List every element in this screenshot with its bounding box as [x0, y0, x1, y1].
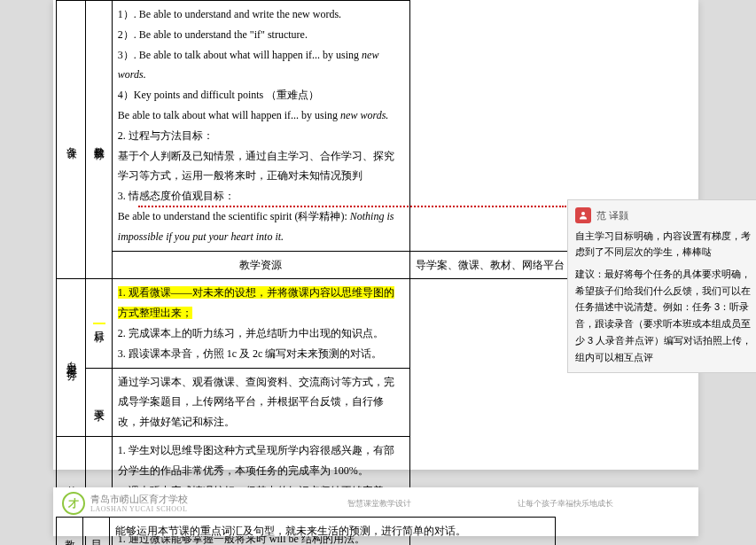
comment-anchor-line [138, 206, 564, 207]
cell-yaoqiu-content: 通过学习课本、观看微课、查阅资料、交流商讨等方式，完成导学案题目，上传网络平台，… [112, 368, 409, 436]
cell-mu: 目 [82, 518, 109, 546]
cell-jiaoxue-mubiao: 教学目标 [86, 1, 113, 279]
issue-line: 1. 学生对以思维导图这种方式呈现所学内容很感兴趣，有部分学生的作品非常优秀，本… [118, 440, 404, 481]
avatar-icon [575, 207, 591, 223]
mubiao-line: 2. 完成课本上的听力练习，并总结听力中出现的知识点。 [118, 323, 404, 344]
cell-resources-label: 教学资源 [112, 251, 409, 279]
objective-line: 1）. Be able to understand and write the … [118, 4, 404, 25]
school-logo-icon: 才 [62, 492, 85, 515]
cell-beike: 备课 [57, 1, 86, 279]
school-name-block: 青岛市崂山区育才学校 LAOSHAN YUCAI SCHOOL [90, 494, 188, 513]
cell-zizhu-label: 自主学习任务 [57, 279, 86, 437]
mubiao-line: 1. 观看微课——对未来的设想，并将微课内容以思维导图的方式整理出来； [118, 283, 404, 323]
objective-line: 3. 情感态度价值观目标： [118, 186, 404, 206]
objective-line: 基于个人判断及已知情景，通过自主学习、合作学习、探究学习等方式，运用一般将来时，… [118, 146, 404, 187]
cell-p2-content: 能够运用本节课的重点词汇及句型，就未来生活的预测，进行简单的对话。 [109, 518, 555, 546]
objective-line: Be able to understand the scientific spi… [118, 206, 404, 247]
objective-line: 2）. Be able to understand the "if" struc… [118, 25, 404, 45]
cell-objectives: 1）. Be able to understand and write the … [112, 1, 409, 252]
document-page-2: 才 青岛市崂山区育才学校 LAOSHAN YUCAI SCHOOL 智慧课堂教学… [53, 487, 698, 536]
svg-point-0 [581, 212, 585, 215]
header-slogans: 智慧课堂教学设计 让每个孩子幸福快乐地成长 [347, 498, 613, 510]
comment-text: 自主学习目标明确，内容设置有梯度，考虑到了不同层次的学生，棒棒哒 [575, 228, 752, 261]
comment-text: 建议：最好将每个任务的具体要求明确，希望孩子们给我们什么反馈，我们可以在任务描述… [575, 266, 752, 365]
objective-line: 3）. Be able to talk about what will happ… [118, 45, 404, 86]
comment-author: 范 译颢 [596, 207, 628, 224]
comment-header: 范 译颢 [575, 207, 752, 224]
page-header: 才 青岛市崂山区育才学校 LAOSHAN YUCAI SCHOOL 智慧课堂教学… [53, 487, 698, 517]
mubiao-line: 3. 跟读课本录音，仿照 1c 及 2c 编写对未来预测的对话。 [118, 344, 404, 364]
cell-jiao: 教 [57, 518, 83, 546]
comment-bubble[interactable]: 范 译颢 自主学习目标明确，内容设置有梯度，考虑到了不同层次的学生，棒棒哒 建议… [567, 199, 756, 373]
objective-line: Be able to talk about what will happen i… [118, 105, 404, 126]
cell-mubiao-content: 1. 观看微课——对未来的设想，并将微课内容以思维导图的方式整理出来； 2. 完… [112, 279, 409, 368]
cell-mubiao-label: 目标 [86, 279, 113, 368]
cell-yaoqiu-label: 要求 [86, 368, 113, 436]
objective-line: 4）Key points and difficult points （重难点） [118, 85, 404, 105]
lesson-plan-table-2: 教 目 能够运用本节课的重点词汇及句型，就未来生活的预测，进行简单的对话。 [56, 517, 556, 545]
objective-line: 2. 过程与方法目标： [118, 126, 404, 146]
